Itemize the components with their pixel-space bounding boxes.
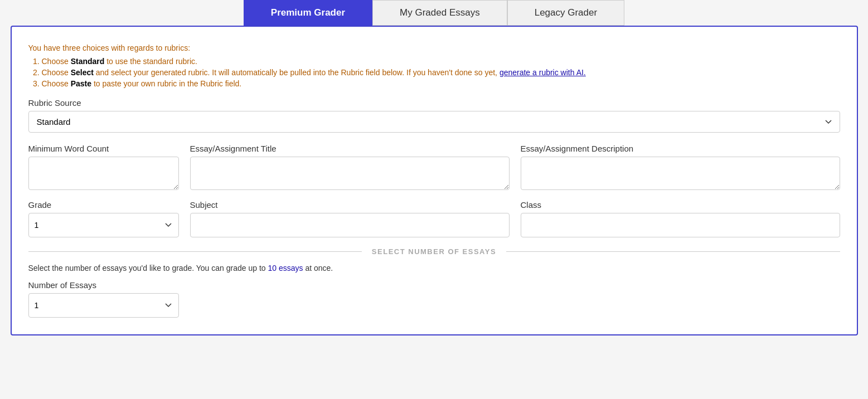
instructions-item-3: Choose Paste to paste your own rubric in… (42, 79, 840, 88)
class-group: Class (521, 200, 840, 237)
essay-title-group: Essay/Assignment Title (190, 144, 510, 190)
divider-line-left (28, 251, 362, 252)
subject-group: Subject (190, 200, 510, 237)
instructions-bold-1: Standard (71, 57, 105, 66)
subject-label: Subject (190, 200, 510, 210)
instructions-list: Choose Standard to use the standard rubr… (42, 57, 840, 88)
rubric-source-select[interactable]: Standard Select Paste (28, 111, 840, 133)
divider-section: SELECT NUMBER OF ESSAYS (28, 247, 840, 256)
essay-description-label: Essay/Assignment Description (521, 144, 840, 153)
divider-text: SELECT NUMBER OF ESSAYS (372, 247, 496, 256)
instructions-bold-3: Paste (71, 79, 91, 88)
number-of-essays-group: Number of Essays 1 2 3 4 5 6 7 8 9 10 (28, 280, 840, 318)
instructions-item-2: Choose Select and select your generated … (42, 68, 840, 77)
tab-premium-grader[interactable]: Premium Grader (244, 0, 372, 26)
rubric-source-label: Rubric Source (28, 98, 840, 108)
grade-label: Grade (28, 200, 179, 210)
generate-rubric-link[interactable]: generate a rubric with AI. (500, 68, 586, 77)
grade-group: Grade 1 2 3 4 5 6 7 8 9 10 11 12 (28, 200, 179, 237)
essay-title-input[interactable] (190, 157, 510, 190)
essay-description-input[interactable] (521, 157, 840, 190)
main-panel: You have three choices with regards to r… (11, 26, 858, 335)
number-of-essays-select[interactable]: 1 2 3 4 5 6 7 8 9 10 (28, 293, 179, 318)
class-input[interactable] (521, 213, 840, 237)
fields-row-1: Minimum Word Count Essay/Assignment Titl… (28, 144, 840, 190)
min-word-count-label: Minimum Word Count (28, 144, 179, 153)
number-of-essays-label: Number of Essays (28, 280, 840, 290)
essays-count-highlight: 10 essays (268, 264, 303, 273)
instructions-intro: You have three choices with regards to r… (28, 43, 840, 52)
instructions: You have three choices with regards to r… (28, 43, 840, 88)
subject-input[interactable] (190, 213, 510, 237)
grade-select[interactable]: 1 2 3 4 5 6 7 8 9 10 11 12 (28, 213, 179, 237)
tab-legacy-grader[interactable]: Legacy Grader (507, 0, 624, 26)
min-word-count-input[interactable] (28, 157, 179, 190)
tab-my-graded-essays[interactable]: My Graded Essays (372, 0, 507, 26)
instructions-bold-2: Select (71, 68, 94, 77)
tabs-container: Premium Grader My Graded Essays Legacy G… (244, 0, 624, 26)
essays-count-description: Select the number of essays you'd like t… (28, 264, 840, 273)
essay-description-group: Essay/Assignment Description (521, 144, 840, 190)
class-label: Class (521, 200, 840, 210)
divider-line-right (506, 251, 840, 252)
min-word-count-group: Minimum Word Count (28, 144, 179, 190)
fields-row-2: Grade 1 2 3 4 5 6 7 8 9 10 11 12 Subject… (28, 200, 840, 237)
instructions-item-1: Choose Standard to use the standard rubr… (42, 57, 840, 66)
essay-title-label: Essay/Assignment Title (190, 144, 510, 153)
